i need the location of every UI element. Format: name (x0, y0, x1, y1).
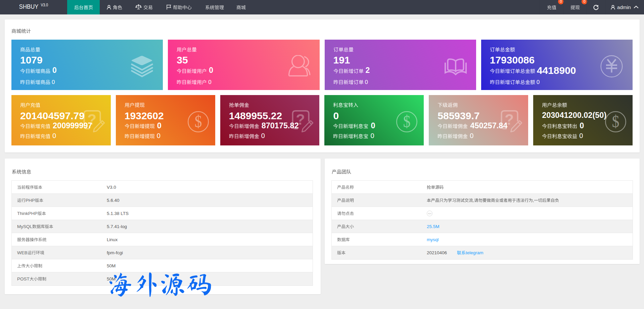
svg-text:?: ? (505, 111, 514, 128)
svg-text:$: $ (403, 112, 411, 131)
svg-text:$: $ (194, 112, 202, 131)
svg-text:?: ? (87, 111, 96, 128)
svg-text:?: ? (296, 111, 305, 128)
svg-text:$: $ (612, 112, 619, 131)
